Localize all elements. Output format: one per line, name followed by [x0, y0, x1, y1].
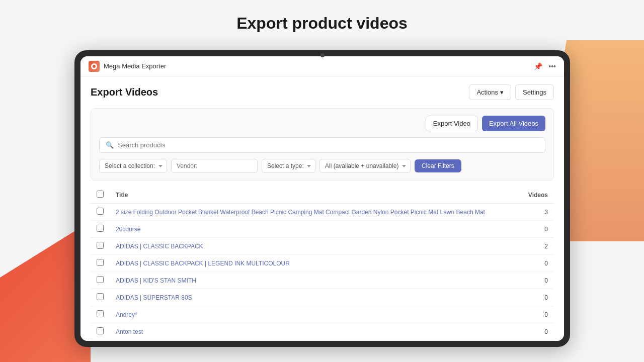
collection-filter[interactable]: Select a collection: — [99, 159, 167, 173]
settings-button[interactable]: Settings — [515, 84, 554, 100]
product-videos-cell: 0 — [520, 306, 554, 323]
device-screen: Mega Media Exporter 📌 ••• Export Videos … — [80, 56, 564, 341]
row-checkbox-cell — [91, 238, 110, 255]
table-row: ADIDAS | CLASSIC BACKPACK 2 — [91, 238, 554, 255]
title-column-header: Title — [110, 187, 520, 204]
search-bar: 🔍 — [99, 137, 545, 153]
type-filter[interactable]: Select a type: — [262, 159, 315, 173]
table-row: ADIDAS | KID'S STAN SMITH 0 — [91, 272, 554, 289]
product-videos-cell: 0 — [520, 272, 554, 289]
products-table: Title Videos 2 size Folding Outdoor Pock… — [91, 187, 554, 341]
table-row: 2 size Folding Outdoor Pocket Blanket Wa… — [91, 204, 554, 221]
row-checkbox-2[interactable] — [97, 242, 104, 249]
app-header-left: Mega Media Exporter — [89, 61, 166, 72]
product-videos-cell: 3 — [520, 204, 554, 221]
table-row: 20course 0 — [91, 221, 554, 238]
row-checkbox-cell — [91, 255, 110, 272]
product-title-link-5[interactable]: ADIDAS | SUPERSTAR 80S — [116, 294, 192, 301]
header-buttons: Actions ▾ Settings — [469, 84, 554, 100]
product-title-cell: 2 size Folding Outdoor Pocket Blanket Wa… — [110, 204, 520, 221]
pin-icon[interactable]: 📌 — [534, 62, 542, 70]
product-title-link-2[interactable]: ADIDAS | CLASSIC BACKPACK — [116, 243, 203, 250]
row-checkbox-5[interactable] — [97, 293, 104, 300]
row-checkbox-7[interactable] — [97, 327, 104, 334]
export-video-button[interactable]: Export Video — [426, 116, 478, 131]
vendor-filter[interactable] — [171, 159, 258, 173]
toolbar-area: Export Video Export All Videos 🔍 Select … — [91, 108, 554, 180]
row-checkbox-cell — [91, 204, 110, 221]
row-checkbox-cell — [91, 323, 110, 340]
product-title-cell: ASICS TIGER | GEL-LYTE V '30 YEARS OF GE… — [110, 340, 520, 341]
product-title-cell: ADIDAS | CLASSIC BACKPACK | LEGEND INK M… — [110, 255, 520, 272]
row-checkbox-cell — [91, 221, 110, 238]
table-row: Anton test 0 — [91, 323, 554, 340]
table-row: ADIDAS | CLASSIC BACKPACK | LEGEND INK M… — [91, 255, 554, 272]
product-videos-cell: 0 — [520, 255, 554, 272]
product-title-link-0[interactable]: 2 size Folding Outdoor Pocket Blanket Wa… — [116, 209, 485, 216]
product-title-link-1[interactable]: 20course — [116, 226, 140, 233]
search-input[interactable] — [118, 141, 539, 149]
app-logo-inner — [91, 63, 97, 69]
row-checkbox-3[interactable] — [97, 259, 104, 266]
product-title-link-3[interactable]: ADIDAS | CLASSIC BACKPACK | LEGEND INK M… — [116, 260, 290, 267]
toolbar-top: Export Video Export All Videos — [99, 116, 545, 131]
device-camera — [320, 53, 325, 57]
page-title: Export product videos — [0, 0, 644, 42]
product-videos-cell: 2 — [520, 238, 554, 255]
select-all-checkbox[interactable] — [97, 191, 104, 198]
product-title-cell: 20course — [110, 221, 520, 238]
product-title-link-4[interactable]: ADIDAS | KID'S STAN SMITH — [116, 277, 196, 284]
table-row: ASICS TIGER | GEL-LYTE V '30 YEARS OF GE… — [91, 340, 554, 341]
app-logo-dot — [93, 65, 96, 68]
product-title-cell: ADIDAS | KID'S STAN SMITH — [110, 272, 520, 289]
app-header: Mega Media Exporter 📌 ••• — [80, 56, 564, 76]
table-row: ADIDAS | SUPERSTAR 80S 0 — [91, 289, 554, 306]
product-title-cell: Anton test — [110, 323, 520, 340]
table-header-row: Title Videos — [91, 187, 554, 204]
filters-row: Select a collection: Select a type: All … — [99, 159, 545, 173]
row-checkbox-4[interactable] — [97, 276, 104, 283]
row-checkbox-6[interactable] — [97, 310, 104, 317]
product-title-cell: Andrey* — [110, 306, 520, 323]
product-videos-cell: 0 — [520, 221, 554, 238]
select-all-column — [91, 187, 110, 204]
app-header-right: 📌 ••• — [534, 62, 556, 70]
app-logo — [89, 61, 100, 72]
product-title-link-7[interactable]: Anton test — [116, 328, 143, 335]
product-videos-cell: 0 — [520, 340, 554, 341]
clear-filters-button[interactable]: Clear Filters — [415, 159, 461, 172]
actions-button[interactable]: Actions ▾ — [469, 84, 511, 100]
table-row: Andrey* 0 — [91, 306, 554, 323]
device-frame: Mega Media Exporter 📌 ••• Export Videos … — [74, 50, 570, 347]
product-title-cell: ADIDAS | SUPERSTAR 80S — [110, 289, 520, 306]
videos-column-header: Videos — [520, 187, 554, 204]
product-videos-cell: 0 — [520, 323, 554, 340]
toolbar-buttons: Export Video Export All Videos — [426, 116, 545, 131]
chevron-down-icon: ▾ — [500, 88, 504, 96]
page-header: Export Videos Actions ▾ Settings — [91, 84, 554, 100]
export-videos-heading: Export Videos — [91, 86, 158, 98]
row-checkbox-cell — [91, 306, 110, 323]
row-checkbox-0[interactable] — [97, 208, 104, 215]
row-checkbox-cell — [91, 272, 110, 289]
availability-filter[interactable]: All (available + unavailable) — [319, 159, 411, 173]
product-title-cell: ADIDAS | CLASSIC BACKPACK — [110, 238, 520, 255]
product-videos-cell: 0 — [520, 289, 554, 306]
export-all-videos-button[interactable]: Export All Videos — [482, 116, 545, 131]
row-checkbox-1[interactable] — [97, 225, 104, 232]
more-options-icon[interactable]: ••• — [548, 62, 556, 70]
app-name-label: Mega Media Exporter — [104, 62, 166, 70]
main-content: Export Videos Actions ▾ Settings Export … — [80, 76, 564, 341]
search-icon: 🔍 — [106, 141, 114, 149]
row-checkbox-cell — [91, 289, 110, 306]
product-title-link-6[interactable]: Andrey* — [116, 311, 137, 318]
row-checkbox-cell — [91, 340, 110, 341]
